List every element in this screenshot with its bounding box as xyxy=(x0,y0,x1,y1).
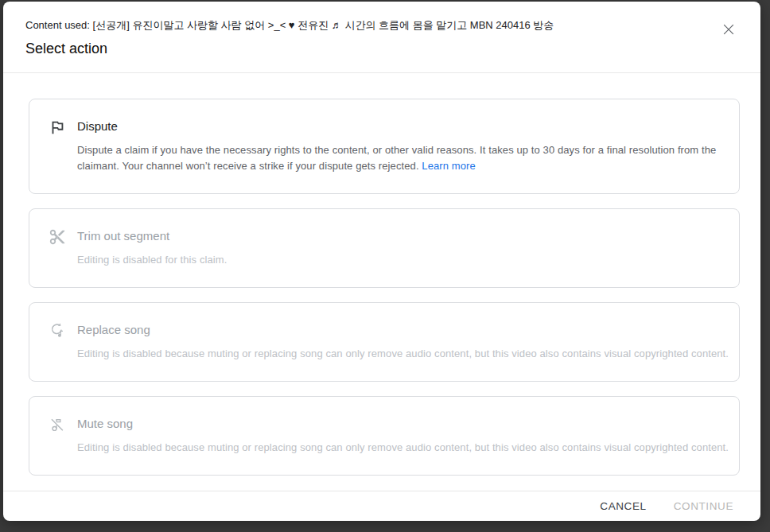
dialog-header: Content used: [선공개] 유진이말고 사랑할 사람 없어 >_< … xyxy=(3,2,760,73)
dialog-title: Select action xyxy=(25,39,705,58)
action-title: Replace song xyxy=(77,321,720,339)
dialog-footer: CANCEL CONTINUE xyxy=(3,491,760,521)
action-title: Dispute xyxy=(77,118,720,135)
action-description: Editing is disabled because muting or re… xyxy=(77,440,720,456)
replace-song-icon xyxy=(49,321,68,340)
scissors-icon xyxy=(49,227,68,247)
action-title: Mute song xyxy=(77,415,720,433)
learn-more-link[interactable]: Learn more xyxy=(422,160,475,172)
action-description: Dispute a claim if you have the necessar… xyxy=(77,142,720,174)
action-card-trim-out-segment: Trim out segment Editing is disabled for… xyxy=(29,208,740,288)
close-button[interactable] xyxy=(719,21,738,40)
action-card-replace-song: Replace song Editing is disabled because… xyxy=(29,302,740,382)
action-title: Trim out segment xyxy=(77,227,720,245)
close-icon xyxy=(721,21,737,40)
cancel-button[interactable]: CANCEL xyxy=(590,495,655,517)
content-used-text: Content used: [선공개] 유진이말고 사랑할 사람 없어 >_< … xyxy=(25,19,705,32)
action-description: Editing is disabled because muting or re… xyxy=(77,346,720,362)
actions-list: Dispute Dispute a claim if you have the … xyxy=(3,73,760,491)
select-action-dialog: Content used: [선공개] 유진이말고 사랑할 사람 없어 >_< … xyxy=(3,2,760,521)
flag-icon xyxy=(49,118,68,137)
continue-button: CONTINUE xyxy=(664,495,743,517)
modal-overlay: Content used: [선공개] 유진이말고 사랑할 사람 없어 >_< … xyxy=(0,0,770,532)
action-card-mute-song: Mute song Editing is disabled because mu… xyxy=(29,396,740,476)
mute-song-icon xyxy=(49,415,68,434)
action-description: Editing is disabled for this claim. xyxy=(77,252,720,268)
action-card-dispute[interactable]: Dispute Dispute a claim if you have the … xyxy=(29,99,740,194)
